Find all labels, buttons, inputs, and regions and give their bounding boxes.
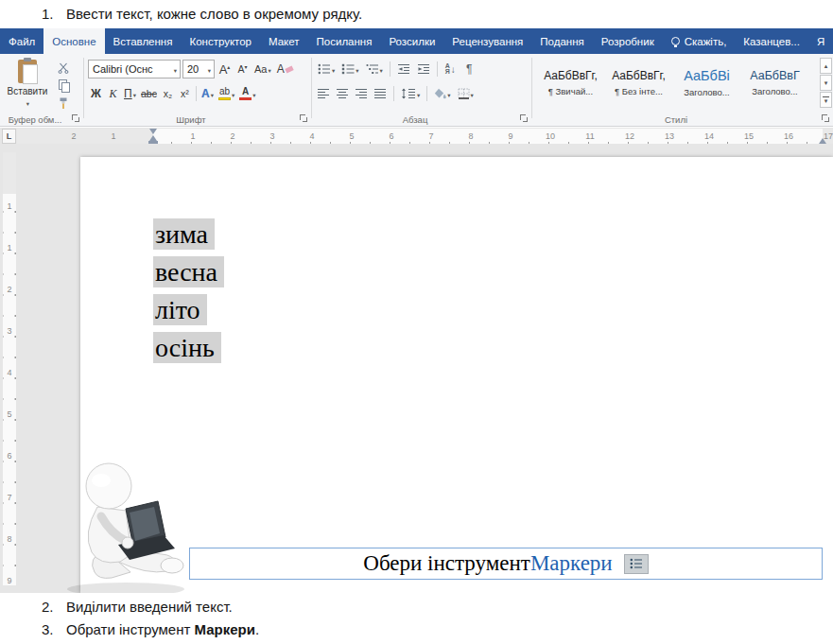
- dialog-launcher-icon[interactable]: [72, 114, 80, 123]
- line-spacing-icon: [401, 88, 416, 99]
- styles-gallery-more-button[interactable]: [820, 92, 832, 108]
- ruler-number: 3: [269, 131, 274, 141]
- dialog-launcher-icon[interactable]: [300, 114, 308, 123]
- change-case-button[interactable]: Aa: [252, 60, 273, 78]
- copy-icon: [59, 79, 69, 92]
- tab-developer[interactable]: Розробник: [593, 28, 663, 54]
- borders-button[interactable]: [456, 84, 476, 103]
- styles-scroll-down-button[interactable]: [820, 75, 832, 91]
- document-page[interactable]: зима весна літо осінь Обери інструмент М…: [80, 157, 833, 593]
- ruler-number: 6: [3, 451, 16, 461]
- styles-group: АаБбВвГг, ¶ Звичай... АаБбВвГг, ¶ Без ін…: [532, 54, 833, 126]
- style-card-heading2[interactable]: АаБбВвГ Заголово...: [742, 58, 807, 107]
- clear-formatting-button[interactable]: А: [275, 60, 295, 78]
- step-text: .: [255, 621, 259, 637]
- left-indent-marker[interactable]: [148, 141, 158, 144]
- first-line-indent-marker[interactable]: [149, 129, 157, 134]
- style-card-heading1[interactable]: АаБбВі Заголово...: [674, 58, 739, 107]
- character-figure-image: [52, 450, 194, 593]
- subscript-button[interactable]: x₂: [160, 84, 176, 103]
- shading-button[interactable]: [432, 84, 452, 103]
- tab-review[interactable]: Рецензування: [443, 28, 531, 54]
- tab-layout[interactable]: Макет: [260, 28, 308, 54]
- document-word-line: літо: [153, 291, 224, 329]
- text-effects-button[interactable]: А: [200, 84, 216, 103]
- sort-button[interactable]: АЯ: [443, 60, 459, 78]
- bullets-button[interactable]: [316, 60, 337, 78]
- tab-home[interactable]: Основне: [43, 28, 104, 54]
- tab-file[interactable]: Файл: [0, 28, 43, 54]
- italic-button[interactable]: К: [105, 84, 121, 103]
- ruler-number: 8: [468, 131, 473, 141]
- font-name-select[interactable]: Calibri (Оснс: [88, 60, 181, 78]
- line-spacing-button[interactable]: [399, 84, 422, 103]
- style-card-no-spacing[interactable]: АаБбВвГг, ¶ Без інте...: [606, 58, 671, 107]
- dialog-launcher-icon[interactable]: [822, 114, 830, 123]
- separator: [437, 61, 438, 77]
- shrink-font-button[interactable]: А: [234, 60, 251, 78]
- ruler-number: 15: [744, 131, 754, 141]
- account-name[interactable]: Казанцев...: [735, 28, 808, 54]
- align-center-button[interactable]: [335, 84, 351, 103]
- dialog-launcher-icon[interactable]: [520, 114, 529, 123]
- ruler-number: 1: [3, 201, 16, 211]
- align-left-button[interactable]: [316, 84, 332, 103]
- strikethrough-button[interactable]: abc: [139, 84, 159, 103]
- highlighted-word[interactable]: літо: [153, 294, 207, 325]
- font-name-value: Calibri (Оснс: [93, 63, 153, 75]
- align-right-button[interactable]: [354, 84, 370, 103]
- instruction-step-1: 1.Ввести текст, кожне слово в окремому р…: [42, 6, 362, 22]
- multilevel-list-button[interactable]: [364, 60, 385, 78]
- increase-indent-button[interactable]: [415, 60, 432, 78]
- chevron-down-icon: [356, 63, 358, 75]
- font-color-button[interactable]: А: [237, 84, 257, 103]
- sort-icon: АЯ: [445, 63, 450, 76]
- clipboard-small-buttons: [55, 61, 72, 111]
- paragraph-group-label: Абзац: [403, 114, 428, 125]
- grow-font-button[interactable]: А: [217, 60, 233, 78]
- styles-gallery: АаБбВвГг, ¶ Звичай... АаБбВвГг, ¶ Без ін…: [538, 58, 807, 107]
- ruler-number: 17: [824, 131, 833, 141]
- bold-button[interactable]: Ж: [88, 84, 104, 103]
- tab-design[interactable]: Конструктор: [181, 28, 260, 54]
- ribbon-tab-bar: Файл Основне Вставлення Конструктор Маке…: [0, 28, 833, 54]
- ruler-band: 211234567891011121314151617: [0, 128, 833, 145]
- text-highlight-button[interactable]: ab: [217, 84, 236, 103]
- bullets-icon: [318, 63, 331, 75]
- cut-button[interactable]: [55, 61, 72, 75]
- tab-insert[interactable]: Вставлення: [105, 28, 182, 54]
- show-paragraph-marks-button[interactable]: ¶: [461, 60, 477, 78]
- tab-tell-me[interactable]: Скажіть,: [663, 28, 736, 54]
- tab-view[interactable]: Подання: [531, 28, 592, 54]
- tab-selector[interactable]: [2, 129, 16, 144]
- copy-button[interactable]: [55, 78, 72, 93]
- numbering-button[interactable]: [339, 60, 360, 78]
- ruler-number: 9: [508, 131, 512, 141]
- font-color-icon: А: [239, 87, 252, 101]
- underline-button[interactable]: П: [122, 84, 138, 103]
- increase-indent-icon: [417, 63, 430, 75]
- highlighted-word[interactable]: зима: [153, 218, 215, 250]
- tab-mailings[interactable]: Розсилки: [380, 28, 443, 54]
- font-size-select[interactable]: 20: [182, 60, 215, 78]
- decrease-indent-icon: [397, 63, 410, 75]
- horizontal-ruler[interactable]: 211234567891011121314151617: [17, 129, 833, 144]
- styles-group-label: Стилі: [665, 114, 687, 125]
- ruler-number: 16: [784, 131, 793, 141]
- ruler-number: 2: [3, 285, 16, 294]
- highlighted-word[interactable]: осінь: [153, 332, 221, 363]
- share-label-partial[interactable]: Я: [808, 28, 833, 54]
- tab-references[interactable]: Посилання: [308, 28, 381, 54]
- style-card-normal[interactable]: АаБбВвГг, ¶ Звичай...: [538, 58, 603, 107]
- paste-button[interactable]: Вставити: [5, 58, 50, 113]
- vertical-ruler[interactable]: 1123456789: [3, 152, 16, 585]
- highlighted-word[interactable]: весна: [153, 256, 224, 287]
- chevron-down-icon: [205, 63, 211, 75]
- styles-scroll-up-button[interactable]: [820, 58, 832, 74]
- format-painter-button[interactable]: [55, 96, 72, 111]
- decrease-indent-button[interactable]: [395, 60, 412, 78]
- superscript-button[interactable]: x²: [177, 84, 193, 103]
- justify-button[interactable]: [373, 84, 389, 103]
- callout-highlighted-word: Маркери: [530, 551, 613, 576]
- step-text: Ввести текст, кожне слово в окремому ряд…: [66, 6, 362, 22]
